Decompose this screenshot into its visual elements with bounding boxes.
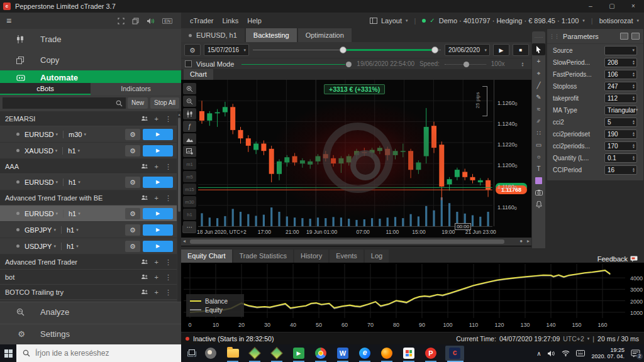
stepper-icon[interactable]: ▲▼ — [632, 119, 635, 124]
taskbar-app-firefox[interactable] — [379, 346, 394, 361]
menu-help[interactable]: Help — [247, 17, 262, 25]
layout-menu[interactable]: Layout — [381, 17, 402, 25]
add-instance-icon[interactable]: + — [155, 274, 158, 280]
scroll-right-icon[interactable]: ▸ — [527, 238, 530, 244]
cbots-search-input[interactable] — [3, 97, 126, 109]
param-select[interactable]: Triangular▾ — [604, 106, 637, 115]
instance-settings-button[interactable]: ⚙ — [125, 145, 140, 156]
speed-slider[interactable] — [445, 60, 486, 68]
text-tool-icon[interactable]: T — [532, 163, 545, 175]
tab-indicators[interactable]: Indicators — [91, 83, 181, 95]
taskbar-app-word[interactable]: W — [335, 346, 350, 361]
indicators-icon[interactable]: ƒ — [183, 121, 196, 132]
language-badge[interactable]: EN — [162, 18, 172, 24]
range-start-handle[interactable] — [340, 47, 347, 53]
taskbar-app-ctrader-active[interactable]: c — [445, 346, 464, 361]
add-instance-icon[interactable]: + — [155, 163, 158, 170]
bot-instance[interactable]: XAUUSD▾ h1▾ ⚙ ▶ — [0, 143, 177, 159]
stepper-icon[interactable]: ▲▼ — [632, 84, 635, 89]
scrollbar-thumb[interactable] — [190, 239, 504, 244]
more-options-icon[interactable]: ⋮ — [165, 259, 172, 265]
tab-equity-chart[interactable]: Equity Chart — [181, 250, 232, 263]
instance-play-button[interactable]: ▶ — [143, 145, 173, 156]
wifi-icon[interactable] — [562, 350, 570, 356]
param-input[interactable]: 106▲▼ — [604, 70, 637, 79]
timezone-select[interactable]: UTC+2 — [563, 335, 584, 343]
chevron-down-icon[interactable]: ▾ — [582, 18, 585, 23]
bot-header[interactable]: AAA + ⋮ — [0, 159, 177, 174]
chart-horizontal-scrollbar[interactable]: ◂ ● ▸ — [181, 238, 531, 246]
price-axis[interactable]: 1.11768 1.126001.124001.122001.120001.11… — [494, 80, 531, 226]
accounts-icon[interactable] — [141, 274, 148, 280]
panel-drag-handle[interactable]: ⋮⋮ — [549, 33, 559, 40]
taskbar-search[interactable] — [16, 344, 181, 362]
sound-icon[interactable] — [147, 18, 155, 25]
end-date-select[interactable]: 20/06/2020 ▾ — [445, 44, 490, 56]
stop-all-button[interactable]: Stop All — [150, 97, 179, 109]
stepper-icon[interactable]: ▲▼ — [632, 60, 635, 65]
instance-symbol[interactable]: EURUSD — [25, 210, 53, 217]
sidebar-item-trade[interactable]: Trade — [0, 29, 181, 50]
accounts-icon[interactable] — [141, 195, 148, 200]
dots-grid-tool-icon[interactable]: ∷ — [532, 127, 545, 139]
tab-log[interactable]: Log — [365, 250, 389, 263]
backtest-settings-button[interactable]: ⚙ — [184, 44, 201, 56]
more-options-icon[interactable]: ⋮ — [165, 163, 172, 170]
chevron-down-icon[interactable]: ▾ — [636, 18, 639, 23]
more-timeframes-icon[interactable]: ⋯ — [183, 221, 196, 233]
visual-mode-checkbox[interactable] — [185, 60, 192, 67]
bot-instance[interactable]: USDJPY▾ h1▾ ⚙ ▶ — [0, 238, 177, 255]
timeframe-h1-button[interactable]: h1 — [183, 209, 196, 220]
windows-layout-icon[interactable] — [132, 18, 139, 25]
candlestick-chart[interactable]: +3313 € (+331%) 25 pips — [198, 80, 492, 226]
instance-symbol[interactable]: XAUUSD — [25, 147, 53, 155]
timeframe-m15-button[interactable]: m15 — [183, 184, 196, 195]
tab-chart[interactable]: Chart — [184, 69, 213, 80]
chevron-down-icon[interactable]: ▾ — [587, 336, 590, 341]
tab-trade-statistics[interactable]: Trade Statistics — [233, 250, 293, 263]
param-input[interactable]: 5▲▼ — [604, 118, 637, 127]
stop-backtest-button[interactable]: ■ — [513, 44, 529, 56]
sidebar-item-copy[interactable]: Copy — [0, 50, 181, 70]
chart-type-icon[interactable] — [183, 108, 196, 119]
bot-header[interactable]: Advanced Trend Trader + ⋮ — [0, 255, 177, 270]
add-instance-icon[interactable]: + — [155, 116, 158, 122]
panel-save-icon[interactable] — [631, 33, 640, 40]
param-select[interactable]: ▾ — [604, 46, 637, 55]
param-input[interactable]: 247▲▼ — [604, 82, 637, 91]
instance-timeframe[interactable]: m30 — [63, 131, 82, 138]
taskbar-app-edge[interactable]: e — [357, 346, 372, 361]
add-instance-icon[interactable]: + — [155, 195, 158, 201]
instance-play-button[interactable]: ▶ — [143, 208, 173, 219]
tab-history[interactable]: History — [294, 250, 328, 263]
volume-icon[interactable] — [547, 350, 555, 357]
screenshot-icon[interactable] — [532, 187, 545, 199]
backtest-range-slider[interactable] — [253, 44, 441, 56]
sidebar-item-settings[interactable]: ⚙ Settings — [0, 324, 181, 344]
speed-stepper[interactable]: ▲▼ — [521, 62, 525, 67]
scrollbar-thumb[interactable] — [178, 118, 180, 212]
trendline-tool-icon[interactable]: ╱ — [532, 79, 545, 91]
taskbar-app-explorer[interactable] — [225, 346, 240, 361]
instance-play-button[interactable]: ▶ — [143, 241, 173, 252]
timeframe-m30-button[interactable]: m30 — [183, 196, 196, 207]
time-axis[interactable]: 00:00 18 Jun 2020, UTC+217:0021:0019 Jun… — [198, 226, 492, 236]
start-button[interactable] — [0, 344, 16, 362]
tab-symbol[interactable]: EURUSD, h1 — [181, 28, 245, 42]
bot-instance[interactable]: GBPJPY▾ h1▾ ⚙ ▶ — [0, 222, 177, 238]
hamburger-menu-icon[interactable]: ≡ — [6, 16, 11, 26]
more-options-icon[interactable]: ⋮ — [165, 274, 172, 280]
instance-timeframe[interactable]: h1 — [63, 210, 76, 217]
equity-chart[interactable]: Balance Equity 4000300020001000010203040… — [181, 263, 644, 332]
wave-tool-icon[interactable]: ≈ — [532, 103, 545, 115]
instance-symbol[interactable]: GBPJPY — [25, 226, 52, 234]
tab-events[interactable]: Events — [330, 250, 364, 263]
start-date-select[interactable]: 15/07/2016 ▾ — [204, 44, 249, 56]
play-backtest-button[interactable]: ▶ — [493, 44, 509, 56]
add-instance-icon[interactable]: + — [155, 259, 158, 265]
stepper-icon[interactable]: ▲▼ — [632, 155, 635, 160]
instance-play-button[interactable]: ▶ — [143, 224, 173, 236]
toolbar-drag-handle[interactable]: ⋯⋯ — [532, 31, 545, 43]
taskbar-clock[interactable]: 19:25 2020. 07. 04. — [591, 347, 625, 359]
instance-timeframe[interactable]: h1 — [62, 147, 75, 155]
